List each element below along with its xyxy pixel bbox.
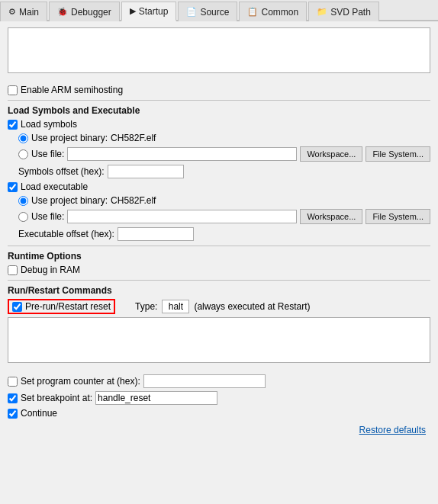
divider-1 [8, 100, 430, 101]
use-project-binary-1-radio[interactable] [18, 133, 28, 143]
set-program-counter-checkbox[interactable] [8, 377, 18, 387]
load-executable-label: Load executable [21, 181, 88, 192]
divider-2 [8, 246, 430, 246]
load-symbols-row: Load symbols [8, 119, 430, 130]
use-file-1-input[interactable] [67, 147, 297, 161]
load-executable-checkbox[interactable] [8, 182, 18, 192]
top-textarea[interactable] [8, 27, 430, 73]
enable-arm-semihosting-checkbox[interactable] [8, 85, 18, 95]
load-executable-row: Load executable [8, 181, 430, 192]
use-file-2-label: Use file: [31, 211, 64, 222]
load-symbols-section-title: Load Symbols and Executable [8, 105, 430, 116]
bottom-textarea[interactable] [8, 317, 430, 363]
use-project-binary-2-value: CH582F.elf [111, 195, 156, 206]
load-symbols-label: Load symbols [21, 119, 77, 130]
bottom-textarea-wrapper [8, 317, 430, 370]
pre-run-restart-row: Pre-run/Restart reset Type: halt (always… [8, 299, 430, 314]
use-project-binary-2-label: Use project binary: [31, 195, 108, 206]
workspace-btn-2[interactable]: Workspace... [300, 209, 362, 224]
symbols-offset-input[interactable] [108, 165, 184, 178]
use-file-1-radio[interactable] [18, 149, 28, 159]
executable-offset-row: Executable offset (hex): [18, 227, 430, 241]
use-file-2-input[interactable] [67, 210, 297, 223]
startup-icon: ▶ [130, 6, 136, 16]
use-file-1-row: Use file: Workspace... File System... [18, 146, 430, 162]
debug-in-ram-row: Debug in RAM [8, 265, 430, 275]
pre-run-restart-box: Pre-run/Restart reset [8, 299, 115, 314]
set-program-counter-label: Set program counter at (hex): [21, 376, 140, 387]
runtime-options-title: Runtime Options [8, 251, 430, 262]
tab-source[interactable]: 📄 Source [178, 2, 237, 21]
workspace-btn-1[interactable]: Workspace... [300, 146, 362, 162]
set-program-counter-row: Set program counter at (hex): [8, 374, 430, 388]
pre-run-restart-checkbox[interactable] [12, 302, 22, 312]
main-icon: ⚙ [8, 7, 16, 17]
tab-main[interactable]: ⚙ Main [0, 2, 47, 21]
symbols-offset-row: Symbols offset (hex): [18, 165, 430, 178]
enable-arm-semihosting-label: Enable ARM semihosting [21, 85, 123, 95]
continue-row: Continue [8, 408, 430, 419]
content-area: Enable ARM semihosting Load Symbols and … [0, 21, 438, 504]
tab-debugger[interactable]: 🐞 Debugger [49, 2, 120, 21]
use-project-binary-1-value: CH582F.elf [111, 133, 156, 143]
use-project-binary-1-row: Use project binary: CH582F.elf [18, 133, 430, 143]
source-icon: 📄 [186, 7, 197, 17]
tab-svd-path[interactable]: 📁 SVD Path [308, 2, 379, 21]
use-file-1-input-wrapper: Workspace... File System... [67, 146, 430, 162]
tab-debugger-label: Debugger [71, 7, 111, 18]
filesystem-btn-1[interactable]: File System... [366, 146, 430, 162]
filesystem-btn-2[interactable]: File System... [366, 209, 430, 224]
type-label: Type: [135, 301, 157, 312]
continue-checkbox[interactable] [8, 409, 18, 419]
restore-defaults-link[interactable]: Restore defaults [359, 425, 426, 435]
common-icon: 📋 [247, 7, 258, 17]
executable-offset-input[interactable] [118, 227, 194, 241]
enable-arm-semihosting-row: Enable ARM semihosting [8, 85, 430, 95]
run-restart-title: Run/Restart Commands [8, 285, 430, 296]
set-breakpoint-label: Set breakpoint at: [21, 393, 92, 403]
tab-source-label: Source [200, 7, 229, 18]
tab-svd-path-label: SVD Path [330, 7, 371, 18]
executable-offset-label: Executable offset (hex): [18, 229, 114, 239]
use-file-1-label: Use file: [31, 149, 64, 159]
use-file-2-input-wrapper: Workspace... File System... [67, 209, 430, 224]
divider-3 [8, 280, 430, 281]
tab-common-label: Common [261, 7, 298, 18]
always-executed-label: (always executed at Restart) [194, 301, 310, 312]
set-breakpoint-input[interactable] [95, 391, 217, 405]
load-symbols-checkbox[interactable] [8, 120, 18, 130]
debug-in-ram-checkbox[interactable] [8, 265, 18, 275]
set-program-counter-input[interactable] [143, 374, 266, 388]
symbols-offset-label: Symbols offset (hex): [18, 166, 105, 177]
set-breakpoint-row: Set breakpoint at: [8, 391, 430, 405]
type-value: halt [162, 300, 189, 313]
svd-path-icon: 📁 [317, 7, 327, 17]
set-breakpoint-checkbox[interactable] [8, 393, 18, 403]
use-file-2-radio[interactable] [18, 212, 28, 222]
pre-run-restart-label: Pre-run/Restart reset [25, 301, 111, 312]
tab-startup-label: Startup [139, 6, 169, 17]
tab-startup[interactable]: ▶ Startup [121, 2, 177, 21]
use-project-binary-2-radio[interactable] [18, 196, 28, 206]
restore-defaults-row: Restore defaults [8, 422, 430, 438]
use-project-binary-1-label: Use project binary: [31, 133, 108, 143]
window: ⚙ Main 🐞 Debugger ▶ Startup 📄 Source 📋 C… [0, 0, 438, 504]
tab-bar: ⚙ Main 🐞 Debugger ▶ Startup 📄 Source 📋 C… [0, 0, 438, 21]
use-file-2-row: Use file: Workspace... File System... [18, 209, 430, 224]
top-textarea-wrapper [8, 27, 430, 80]
debugger-icon: 🐞 [57, 7, 68, 17]
use-project-binary-2-row: Use project binary: CH582F.elf [18, 195, 430, 206]
tab-main-label: Main [19, 7, 39, 18]
debug-in-ram-label: Debug in RAM [21, 265, 80, 275]
tab-common[interactable]: 📋 Common [239, 2, 307, 21]
continue-label: Continue [21, 408, 57, 419]
